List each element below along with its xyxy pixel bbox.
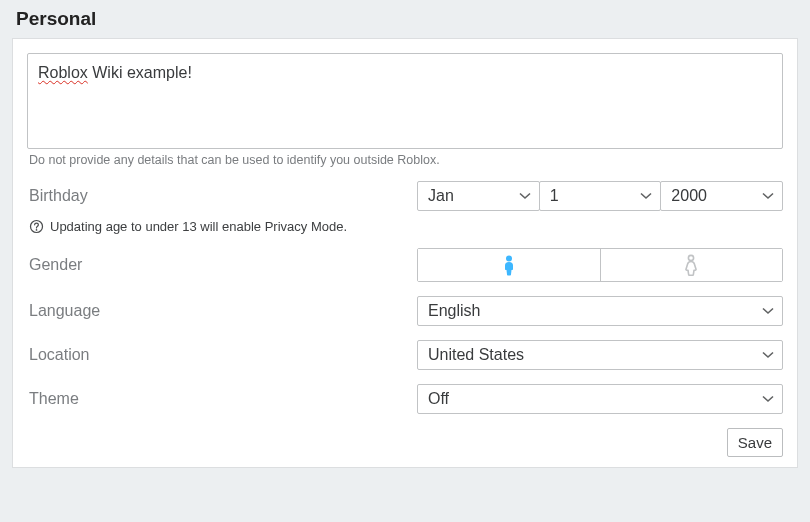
- theme-select[interactable]: Off: [417, 384, 783, 414]
- chevron-down-icon: [762, 305, 774, 317]
- birthday-row: Birthday Jan 1 2000: [27, 181, 783, 211]
- about-helper-text: Do not provide any details that can be u…: [29, 153, 783, 167]
- language-select[interactable]: English: [417, 296, 783, 326]
- language-value: English: [428, 302, 480, 320]
- birthday-month-value: Jan: [428, 187, 454, 205]
- gender-male-button[interactable]: [418, 249, 600, 281]
- personal-settings-card: Roblox Wiki example! Do not provide any …: [12, 38, 798, 468]
- theme-row: Theme Off: [27, 384, 783, 414]
- location-value: United States: [428, 346, 524, 364]
- help-icon: [29, 219, 44, 234]
- svg-point-1: [36, 229, 38, 231]
- location-select[interactable]: United States: [417, 340, 783, 370]
- birthday-day-value: 1: [550, 187, 559, 205]
- gender-female-button[interactable]: [600, 249, 783, 281]
- theme-value: Off: [428, 390, 449, 408]
- birthday-month-select[interactable]: Jan: [417, 181, 540, 211]
- chevron-down-icon: [640, 190, 652, 202]
- section-title: Personal: [16, 8, 810, 30]
- chevron-down-icon: [762, 190, 774, 202]
- location-label: Location: [27, 346, 417, 364]
- gender-label: Gender: [27, 256, 417, 274]
- gender-toggle-group: [417, 248, 783, 282]
- chevron-down-icon: [762, 393, 774, 405]
- birthday-note-text: Updating age to under 13 will enable Pri…: [50, 219, 347, 234]
- svg-point-2: [506, 256, 512, 262]
- birthday-label: Birthday: [27, 187, 417, 205]
- male-icon: [500, 254, 518, 276]
- svg-point-3: [689, 255, 694, 260]
- birthday-year-select[interactable]: 2000: [660, 181, 783, 211]
- about-rest: Wiki example!: [88, 64, 192, 81]
- save-button[interactable]: Save: [727, 428, 783, 457]
- chevron-down-icon: [762, 349, 774, 361]
- about-spell-word: Roblox: [38, 64, 88, 81]
- language-label: Language: [27, 302, 417, 320]
- about-textarea[interactable]: Roblox Wiki example!: [27, 53, 783, 149]
- birthday-day-select[interactable]: 1: [539, 181, 662, 211]
- theme-label: Theme: [27, 390, 417, 408]
- language-row: Language English: [27, 296, 783, 326]
- birthday-note-row: Updating age to under 13 will enable Pri…: [29, 219, 783, 234]
- location-row: Location United States: [27, 340, 783, 370]
- gender-row: Gender: [27, 248, 783, 282]
- chevron-down-icon: [519, 190, 531, 202]
- female-icon: [682, 254, 700, 276]
- birthday-year-value: 2000: [671, 187, 707, 205]
